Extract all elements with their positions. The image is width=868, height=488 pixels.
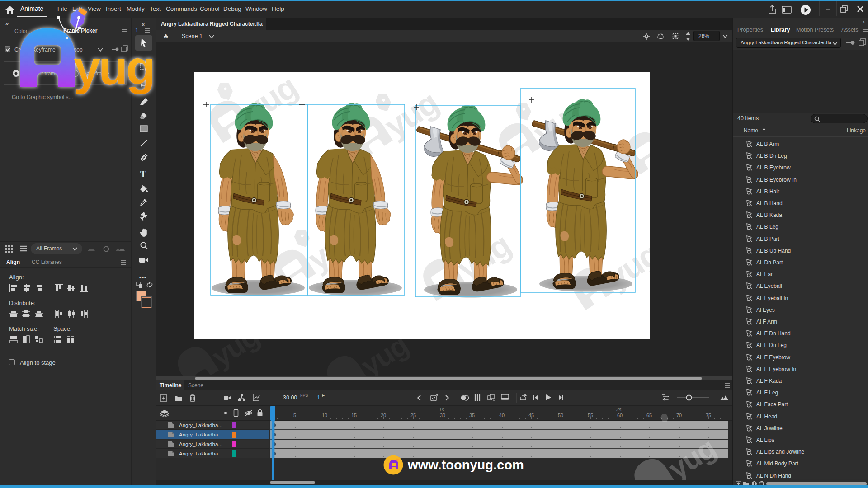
svg-text:www.toonyug.com: www.toonyug.com (407, 458, 524, 472)
